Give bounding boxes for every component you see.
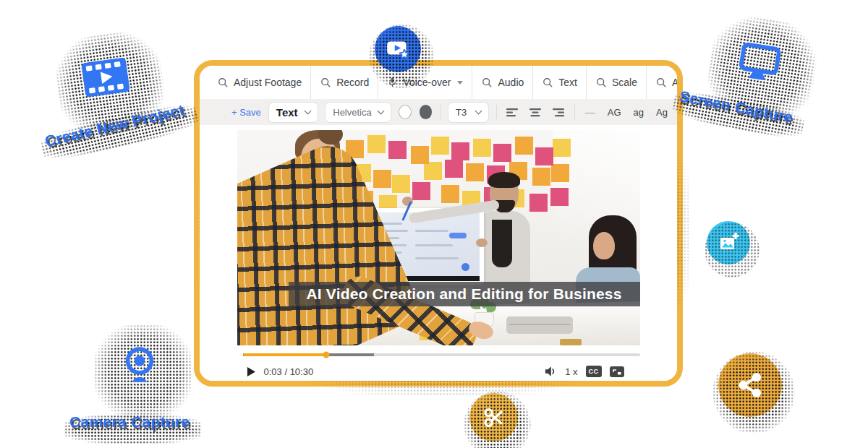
uppercase-button[interactable]: AG <box>605 107 624 118</box>
search-icon <box>655 77 667 88</box>
save-button[interactable]: + Save <box>231 107 261 118</box>
camera-capture-label: Camera Capture <box>69 413 190 431</box>
editor-content: Adjust Footage Record Voice-over Audio T… <box>200 66 677 381</box>
text-size-select[interactable]: T3 <box>448 103 488 122</box>
align-right-icon <box>553 108 565 117</box>
time-display: 0:03 / 10:30 <box>264 366 314 377</box>
scissors-icon <box>480 404 508 431</box>
font-family-select[interactable]: Helvetica <box>326 103 390 122</box>
align-right-button[interactable] <box>551 108 566 117</box>
search-icon <box>320 77 331 88</box>
chevron-down-icon <box>305 108 312 115</box>
search-icon <box>595 77 607 88</box>
toolbar-item-adjust-footage[interactable]: Adjust Footage <box>208 66 310 99</box>
share-icon <box>733 369 767 402</box>
progress-handle[interactable] <box>323 352 329 358</box>
search-icon <box>542 77 553 88</box>
toolbar-item-text[interactable]: Text <box>532 66 586 99</box>
align-center-button[interactable] <box>528 108 543 117</box>
video-preview[interactable]: AI Video Creation and Editing for Busine… <box>237 130 640 345</box>
sticky-notes-wall <box>237 130 255 148</box>
toolbar-item-label: Scale <box>612 77 637 88</box>
chevron-down-icon <box>377 108 384 115</box>
search-icon <box>481 77 493 88</box>
cut-fab-button[interactable] <box>469 393 518 441</box>
phone <box>560 339 582 345</box>
align-left-button[interactable] <box>505 108 520 117</box>
add-image-fab-button[interactable] <box>707 221 750 264</box>
top-toolbar: Adjust Footage Record Voice-over Audio T… <box>200 66 677 99</box>
format-toolbar: + Save Text Helvetica T3 <box>200 99 677 125</box>
video-caption-overlay[interactable]: AI Video Creation and Editing for Busine… <box>289 282 640 306</box>
player-controls: 0:03 / 10:30 1 x CC <box>237 356 640 381</box>
person-seated-face <box>593 232 615 259</box>
fullscreen-icon <box>610 366 624 377</box>
text-size-value: T3 <box>456 107 467 118</box>
toolbar-item-label: Audio <box>498 77 524 88</box>
monitor-icon <box>736 41 782 83</box>
text-style-value: Text <box>276 106 298 119</box>
video-preview-area: AI Video Creation and Editing for Busine… <box>237 130 640 381</box>
toolbar-item-record[interactable]: Record <box>310 66 378 99</box>
chevron-down-icon <box>475 108 482 115</box>
divider <box>496 105 497 119</box>
volume-icon[interactable] <box>544 366 557 377</box>
screen-fab <box>461 263 469 271</box>
play-button[interactable] <box>247 366 256 377</box>
fullscreen-button[interactable] <box>610 366 624 377</box>
video-editor-window: Adjust Footage Record Voice-over Audio T… <box>194 60 683 387</box>
divider <box>574 105 575 119</box>
record-video-star-icon <box>384 35 412 63</box>
progress-played <box>243 353 326 356</box>
laptop <box>506 316 573 334</box>
camera-capture-card[interactable] <box>100 327 179 403</box>
toolbar-item-label: Text <box>558 77 577 88</box>
share-fab-button[interactable] <box>718 353 782 417</box>
add-image-icon <box>716 231 741 255</box>
chevron-down-icon <box>457 81 463 85</box>
video-progress-bar[interactable] <box>243 353 640 356</box>
align-left-icon <box>506 108 519 117</box>
record-fab-button[interactable] <box>375 26 421 72</box>
presenter-shirt <box>492 220 512 267</box>
toolbar-item-audio[interactable]: Audio <box>472 66 532 99</box>
font-family-value: Helvetica <box>333 107 371 118</box>
toolbar-item-scale[interactable]: Scale <box>586 66 646 99</box>
letter-spacing-button[interactable]: — <box>583 106 597 118</box>
webcam-icon <box>120 345 159 384</box>
playback-speed-button[interactable]: 1 x <box>565 366 577 377</box>
toolbar-item-label: Record <box>336 77 369 88</box>
align-center-icon <box>529 108 542 117</box>
toolbar-item-label: Animation <box>672 77 677 88</box>
film-strip-play-icon <box>81 57 130 98</box>
search-icon <box>217 77 229 88</box>
create-new-project-card[interactable] <box>57 30 155 124</box>
color-swatch-dark[interactable] <box>420 105 433 119</box>
closed-captions-button[interactable]: CC <box>586 366 602 377</box>
toolbar-item-animation[interactable]: Animation <box>646 66 677 99</box>
presenter-pointing-hand <box>476 238 488 247</box>
text-style-select[interactable]: Text <box>269 103 318 122</box>
screen-button <box>449 233 467 238</box>
color-swatch-white[interactable] <box>399 105 412 119</box>
divider <box>440 105 441 119</box>
titlecase-button[interactable]: Ag <box>654 107 670 118</box>
lowercase-button[interactable]: ag <box>631 107 646 118</box>
toolbar-item-label: Adjust Footage <box>234 77 302 88</box>
